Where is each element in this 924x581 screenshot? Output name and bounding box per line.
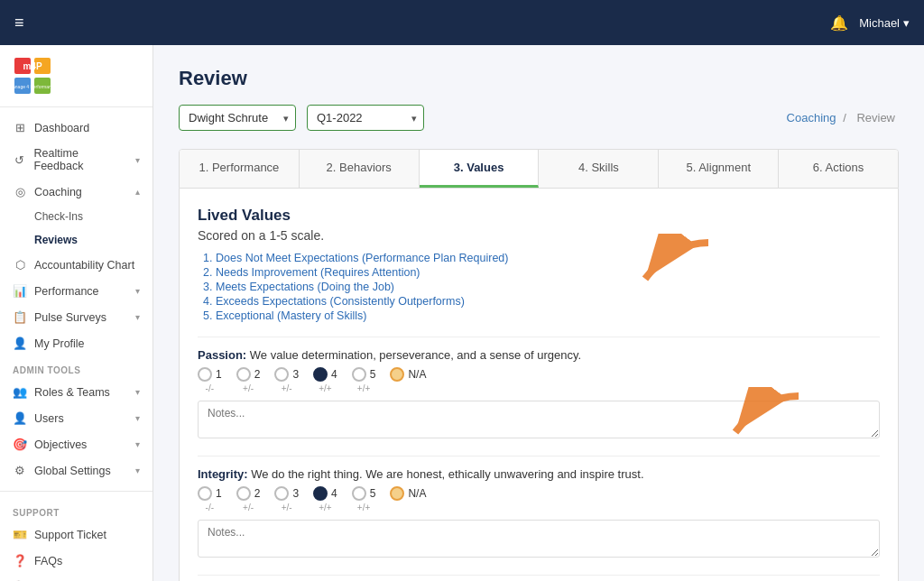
period-select[interactable]: Q1-2022 Q2-2022 Q3-2022 Q4-2022 (307, 105, 424, 131)
sidebar-logo: m4P Manage 4 Performance (0, 45, 152, 107)
faqs-icon: ❓ (13, 554, 27, 567)
radio-circle (198, 367, 212, 382)
integrity-option-na[interactable]: N/A (390, 486, 426, 512)
sidebar-item-pulse-surveys[interactable]: 📋 Pulse Surveys ▾ (0, 304, 152, 330)
radio-circle-selected (313, 367, 328, 382)
integrity-notes[interactable] (198, 520, 880, 558)
sidebar-item-my-profile[interactable]: 👤 My Profile (0, 330, 152, 356)
tabs-container: 1. Performance 2. Behaviors 3. Values 4.… (179, 149, 899, 189)
hamburger-icon[interactable]: ≡ (14, 14, 24, 32)
passion-option-5[interactable]: 5 +/+ (352, 367, 376, 393)
bell-icon[interactable]: 🔔 (830, 14, 848, 32)
sidebar-item-users[interactable]: 👤 Users ▾ (0, 405, 152, 431)
sidebar: m4P Manage 4 Performance ⊞ Dashboard ↺ R… (0, 45, 153, 581)
sidebar-item-accountability-chart[interactable]: ⬡ Accountability Chart (0, 252, 152, 278)
support-ticket-icon: 🎫 (13, 528, 27, 541)
tab-alignment[interactable]: 5. Alignment (659, 150, 779, 188)
sidebar-item-label: Users (34, 412, 64, 425)
passion-option-1[interactable]: 1 -/- (198, 367, 222, 393)
period-select-wrapper: Q1-2022 Q2-2022 Q3-2022 Q4-2022 ▾ (307, 105, 424, 131)
sidebar-item-label: Coaching (34, 186, 82, 198)
support-label: SUPPORT (0, 499, 152, 521)
chevron-down-icon: ▾ (135, 466, 140, 475)
scale-item-2: Needs Improvement (Requires Attention) (216, 266, 880, 279)
content-area: Lived Values Scored on a 1-5 scale. Does… (179, 189, 899, 581)
integrity-option-2[interactable]: 2 +/- (236, 486, 261, 512)
integrity-option-1[interactable]: 1 -/- (198, 486, 222, 512)
user-menu[interactable]: Michael ▾ (859, 16, 910, 30)
integrity-radio-row: 1 -/- 2 +/- (198, 486, 880, 512)
radio-circle (236, 486, 251, 501)
sidebar-item-roles-teams[interactable]: 👥 Roles & Teams ▾ (0, 379, 152, 405)
integrity-option-4[interactable]: 4 +/+ (313, 486, 337, 512)
sidebar-item-reviews[interactable]: Reviews (0, 228, 152, 252)
lived-values-title: Lived Values (198, 207, 880, 225)
scale-list: Does Not Meet Expectations (Performance … (198, 252, 880, 322)
value-row-integrity: Integrity: We do the right thing. We are… (198, 467, 880, 560)
main-content: Review Dwight Schrute Jim Halpert Pam Be… (153, 45, 924, 581)
scale-item-5: Exceptional (Mastery of Skills) (216, 309, 880, 322)
radio-circle (352, 486, 366, 501)
sidebar-item-label: Roles & Teams (34, 386, 110, 399)
tab-actions[interactable]: 6. Actions (779, 150, 898, 188)
sidebar-item-global-settings[interactable]: ⚙ Global Settings ▾ (0, 457, 152, 484)
breadcrumb: Coaching / Review (787, 111, 899, 124)
sidebar-item-label: Dashboard (34, 122, 89, 134)
sidebar-item-support-ticket[interactable]: 🎫 Support Ticket (0, 521, 152, 548)
sidebar-item-label: Global Settings (34, 465, 111, 477)
my-profile-icon: 👤 (13, 337, 27, 350)
lived-values-subtitle: Scored on a 1-5 scale. (198, 228, 880, 243)
sidebar-nav: ⊞ Dashboard ↺ Realtime Feedback ▾ ◎ Coac… (0, 107, 152, 491)
sidebar-item-performance[interactable]: 📊 Performance ▾ (0, 278, 152, 304)
scale-item-3: Meets Expectations (Doing the Job) (216, 281, 880, 293)
tab-performance[interactable]: 1. Performance (180, 150, 300, 188)
tab-behaviors[interactable]: 2. Behaviors (300, 150, 420, 188)
integrity-label: Integrity: We do the right thing. We are… (198, 467, 880, 481)
sidebar-item-check-ins[interactable]: Check-Ins (0, 205, 152, 228)
chevron-up-icon: ▴ (135, 187, 140, 197)
sidebar-item-objectives[interactable]: 🎯 Objectives ▾ (0, 431, 152, 457)
chevron-down-icon: ▾ (135, 439, 140, 449)
radio-circle-na (390, 486, 404, 501)
breadcrumb-parent[interactable]: Coaching (787, 111, 836, 124)
objectives-icon: 🎯 (13, 438, 27, 451)
top-nav-right: 🔔 Michael ▾ (830, 14, 910, 32)
performance-icon: 📊 (13, 284, 27, 298)
sidebar-item-label: Accountability Chart (34, 259, 134, 272)
passion-option-4[interactable]: 4 +/+ (313, 367, 337, 393)
sidebar-item-label: Support Ticket (34, 529, 106, 541)
passion-radio-row: 1 -/- 2 +/- (198, 367, 880, 393)
radio-circle-selected (313, 486, 328, 501)
passion-notes[interactable] (198, 401, 880, 438)
svg-text:m4P: m4P (23, 61, 42, 71)
passion-option-2[interactable]: 2 +/- (236, 367, 261, 393)
pulse-surveys-icon: 📋 (13, 310, 27, 324)
chevron-down-icon: ▾ (903, 16, 910, 30)
sidebar-item-realtime-feedback[interactable]: ↺ Realtime Feedback ▾ (0, 141, 152, 179)
chevron-down-icon: ▾ (135, 286, 140, 296)
scale-item-4: Exceeds Expectations (Consistently Outpe… (216, 295, 880, 308)
sidebar-item-training-library[interactable]: 📚 Training Library (0, 574, 152, 581)
sidebar-item-coaching[interactable]: ◎ Coaching ▴ (0, 179, 152, 205)
tab-skills[interactable]: 4. Skills (539, 150, 659, 188)
tab-values[interactable]: 3. Values (420, 150, 540, 188)
passion-option-na[interactable]: N/A (390, 367, 426, 393)
integrity-option-5[interactable]: 5 +/+ (352, 486, 376, 512)
page-title: Review (179, 67, 899, 90)
top-nav: ≡ 🔔 Michael ▾ (0, 0, 924, 45)
chevron-down-icon: ▾ (135, 387, 140, 397)
chevron-down-icon: ▾ (135, 413, 140, 423)
accountability-chart-icon: ⬡ (13, 258, 27, 272)
radio-circle (274, 486, 289, 501)
admin-tools-label: ADMIN TOOLS (0, 356, 152, 379)
breadcrumb-current: Review (856, 111, 895, 124)
sidebar-item-dashboard[interactable]: ⊞ Dashboard (0, 115, 152, 141)
passion-option-3[interactable]: 3 +/- (274, 367, 299, 393)
radio-circle-na (390, 367, 404, 382)
sidebar-item-label: Realtime Feedback (34, 147, 128, 172)
integrity-option-3[interactable]: 3 +/- (274, 486, 299, 512)
sidebar-item-faqs[interactable]: ❓ FAQs (0, 548, 152, 574)
sidebar-item-label: Performance (34, 285, 99, 298)
roles-teams-icon: 👥 (13, 385, 27, 399)
person-select[interactable]: Dwight Schrute Jim Halpert Pam Beesly (179, 105, 296, 131)
